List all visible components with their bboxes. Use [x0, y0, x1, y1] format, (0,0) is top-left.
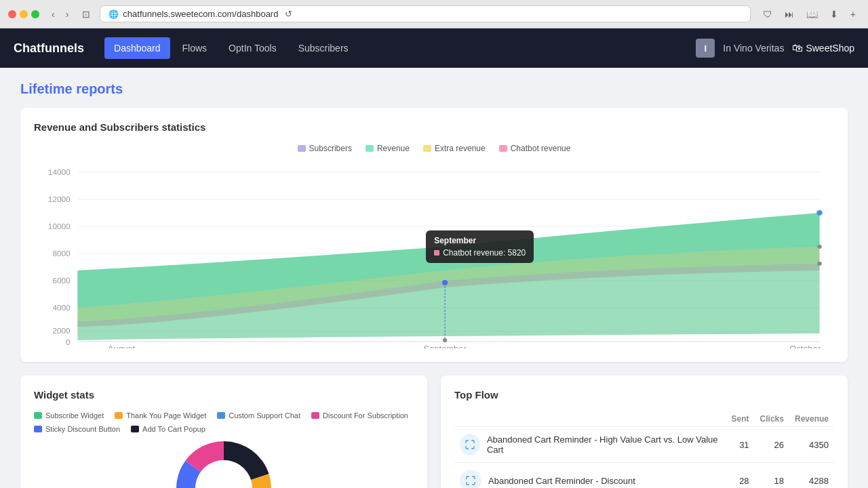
flow-clicks-2: 18: [755, 463, 789, 489]
bookmark-button[interactable]: 📖: [802, 7, 822, 21]
url-text: chatfunnels.sweetecom.com/dashboard: [123, 9, 278, 19]
flow-sent-1: 31: [726, 427, 755, 463]
widget-stats-title: Widget stats: [34, 389, 414, 401]
legend-dot-extra-revenue: [423, 145, 431, 152]
chart-svg: 14000 12000 10000 8000 6000 4000 2000 0: [34, 159, 834, 348]
legend-dot-chatbot-revenue: [499, 145, 507, 152]
reload-button[interactable]: ↺: [285, 9, 292, 19]
minimize-button[interactable]: [20, 10, 28, 18]
app-logo[interactable]: Chatfunnels: [14, 41, 84, 56]
svg-text:October: October: [789, 344, 821, 348]
svg-text:August: August: [108, 344, 136, 348]
flow-clicks-1: 26: [755, 427, 789, 463]
svg-text:10000: 10000: [48, 222, 71, 230]
chart-title: Revenue and Subscribers statistics: [34, 121, 834, 133]
svg-text:September: September: [424, 344, 467, 348]
legend-dot-revenue: [366, 145, 374, 152]
col-revenue-header: Revenue: [789, 411, 834, 427]
svg-point-20: [817, 245, 821, 249]
page-title: Lifetime reports: [20, 81, 848, 97]
legend-extra-revenue: Extra revenue: [423, 144, 486, 153]
nav-dashboard[interactable]: Dashboard: [104, 37, 170, 59]
svg-point-19: [816, 210, 823, 216]
revenue-chart-card: Revenue and Subscribers statistics Subsc…: [20, 108, 848, 362]
shop-label: 🛍 SweetShop: [792, 42, 854, 54]
legend-discount-subscription: Discount For Subscription: [311, 411, 408, 420]
address-bar[interactable]: 🌐 chatfunnels.sweetecom.com/dashboard ↺: [100, 5, 750, 22]
legend-add-to-cart: Add To Cart Popup: [131, 425, 205, 433]
main-content: Lifetime reports Revenue and Subscribers…: [0, 68, 868, 488]
forward-button[interactable]: ›: [62, 7, 73, 21]
col-name-header: [454, 411, 726, 427]
new-tab-button[interactable]: +: [846, 7, 860, 21]
bottom-grid: Widget stats Subscribe Widget Thank You …: [20, 375, 848, 488]
flow-sent-2: 28: [726, 463, 755, 489]
table-row: Abandoned Cart Reminder - Discount 28 18…: [454, 463, 834, 489]
legend-thankyou-widget: Thank You Page Widget: [115, 411, 206, 420]
legend-dot-subscribers: [298, 145, 306, 152]
svg-text:12000: 12000: [48, 195, 71, 203]
flow-icon: [460, 434, 480, 455]
nav-items: Dashboard Flows OptIn Tools Subscribers: [104, 37, 696, 59]
dot-custom-chat: [217, 412, 225, 419]
bag-icon: 🛍: [792, 42, 803, 54]
chart-area: 14000 12000 10000 8000 6000 4000 2000 0: [34, 159, 834, 348]
maximize-button[interactable]: [31, 10, 39, 18]
nav-optin-tools[interactable]: OptIn Tools: [219, 37, 286, 59]
flow-table: Sent Clicks Revenue: [454, 411, 834, 488]
svg-text:6000: 6000: [52, 277, 70, 285]
play-button[interactable]: ⏭: [781, 7, 798, 21]
col-clicks-header: Clicks: [755, 411, 789, 427]
nav-right: I In Vino Veritas 🛍 SweetShop: [696, 39, 854, 58]
legend-subscribers: Subscribers: [298, 144, 352, 153]
flow-name-2: Abandoned Cart Reminder - Discount: [488, 476, 635, 486]
flow-name-1: Abandoned Cart Reminder - High Value Car…: [487, 434, 721, 455]
dot-thankyou-widget: [115, 412, 123, 419]
widget-stats-card: Widget stats Subscribe Widget Thank You …: [20, 375, 427, 488]
svg-text:8000: 8000: [52, 249, 70, 258]
svg-point-21: [817, 262, 821, 266]
flow-revenue-1: 4350: [789, 427, 834, 463]
user-avatar[interactable]: I: [696, 39, 715, 58]
col-sent-header: Sent: [726, 411, 755, 427]
reading-mode-button[interactable]: ⊡: [78, 7, 94, 21]
svg-text:0: 0: [66, 338, 71, 346]
back-button[interactable]: ‹: [47, 7, 59, 21]
svg-text:2000: 2000: [52, 327, 70, 335]
top-flow-title: Top Flow: [454, 389, 834, 401]
nav-flows[interactable]: Flows: [173, 37, 217, 59]
legend-sticky-discount: Sticky Discount Button: [34, 425, 120, 433]
flow-name-cell: Abandoned Cart Reminder - High Value Car…: [454, 427, 726, 463]
donut-chart: [34, 441, 414, 488]
flow-name-cell-2: Abandoned Cart Reminder - Discount: [454, 463, 726, 489]
legend-chatbot-revenue: Chatbot revenue: [499, 144, 571, 153]
flow-revenue-2: 4288: [789, 463, 834, 489]
chart-legend: Subscribers Revenue Extra revenue Chatbo…: [34, 144, 834, 153]
top-flow-card: Top Flow Sent Clicks Revenue: [441, 375, 848, 488]
dot-subscribe-widget: [34, 412, 42, 419]
legend-revenue: Revenue: [366, 144, 410, 153]
donut-svg: [176, 441, 271, 488]
globe-icon: 🌐: [108, 9, 119, 19]
legend-custom-chat: Custom Support Chat: [217, 411, 300, 420]
app-navbar: Chatfunnels Dashboard Flows OptIn Tools …: [0, 28, 868, 68]
download-button[interactable]: ⬇: [826, 7, 842, 21]
svg-text:4000: 4000: [52, 304, 70, 312]
dot-discount-subscription: [311, 412, 319, 419]
traffic-lights: [8, 10, 39, 18]
browser-chrome: ‹ › ⊡ 🌐 chatfunnels.sweetecom.com/dashbo…: [0, 0, 868, 28]
close-button[interactable]: [8, 10, 16, 18]
dot-sticky-discount: [34, 426, 42, 432]
nav-subscribers[interactable]: Subscribers: [289, 37, 358, 59]
svg-text:14000: 14000: [48, 168, 71, 176]
legend-subscribe-widget: Subscribe Widget: [34, 411, 104, 420]
extensions-button[interactable]: 🛡: [759, 7, 776, 21]
flow-icon-2: [460, 470, 481, 488]
store-name-label: In Vino Veritas: [723, 43, 784, 54]
svg-point-18: [443, 338, 447, 342]
dot-add-to-cart: [131, 426, 139, 432]
nav-arrows: ‹ ›: [47, 7, 73, 21]
table-row: Abandoned Cart Reminder - High Value Car…: [454, 427, 834, 463]
widget-legend: Subscribe Widget Thank You Page Widget C…: [34, 411, 414, 433]
